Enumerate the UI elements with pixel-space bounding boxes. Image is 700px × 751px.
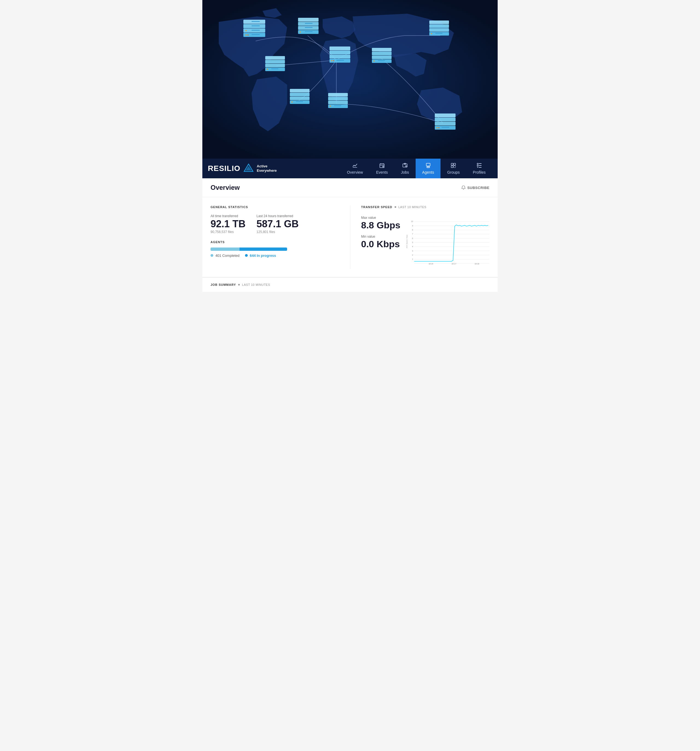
svg-text:4: 4	[412, 246, 413, 247]
svg-text:16:16: 16:16	[428, 263, 433, 265]
svg-rect-32	[336, 60, 344, 61]
svg-point-55	[330, 105, 331, 107]
svg-rect-83	[451, 166, 453, 168]
svg-rect-27	[329, 55, 350, 59]
agents-section: AGENTS 401 Completed 644 In progress	[210, 240, 339, 258]
transfer-speed-section: TRANSFER SPEED LAST 10 MINUTES Max value…	[350, 206, 490, 269]
brand-name: RESILIO	[208, 164, 240, 173]
last24-stat: Last 24 hours transferred 587.1 GB 125,8…	[257, 214, 298, 234]
agents-progress-bar	[210, 247, 287, 251]
svg-text:16:18: 16:18	[475, 263, 479, 265]
svg-point-74	[405, 165, 407, 167]
job-summary-section: JOB SUMMARY LAST 10 MINUTES	[202, 277, 498, 292]
svg-text:5: 5	[412, 241, 413, 243]
completed-count: 401	[215, 253, 221, 258]
svg-point-30	[331, 60, 332, 61]
general-stats-label: GENERAL STATISTICS	[210, 206, 339, 209]
events-icon	[379, 163, 385, 169]
svg-rect-42	[429, 20, 449, 24]
brand: RESILIO Active Everywhere	[208, 164, 277, 173]
nav-item-jobs[interactable]: Jobs	[394, 159, 416, 178]
speed-chart: 10 9 8 7 6 5 4 3 2 1 AVG Speed, Gbps	[406, 213, 490, 269]
svg-point-24	[267, 69, 268, 70]
svg-text:9: 9	[412, 225, 413, 227]
inprogress-legend: 644 In progress	[245, 253, 276, 258]
svg-rect-36	[372, 48, 392, 51]
inprogress-count: 644	[250, 253, 256, 258]
svg-point-71	[382, 166, 384, 167]
svg-rect-45	[290, 100, 309, 104]
nav-item-profiles[interactable]: Profiles	[466, 159, 492, 178]
svg-rect-54	[328, 93, 348, 97]
svg-rect-51	[328, 105, 348, 108]
job-separator-dot	[238, 284, 240, 286]
svg-rect-44	[435, 33, 442, 34]
svg-rect-18	[305, 27, 312, 28]
svg-rect-76	[426, 163, 430, 166]
speed-period-label: LAST 10 MINUTES	[399, 206, 426, 209]
svg-point-5	[246, 34, 247, 36]
svg-rect-48	[290, 89, 309, 93]
svg-point-6	[247, 34, 249, 36]
all-time-value: 92.1 TB	[210, 219, 246, 229]
svg-text:10: 10	[411, 221, 413, 223]
svg-rect-7	[252, 34, 260, 35]
subscribe-label: SUBSCRIBE	[467, 186, 490, 190]
nav-item-groups[interactable]: Groups	[440, 159, 466, 178]
svg-rect-29	[329, 46, 350, 50]
nav-groups-label: Groups	[447, 170, 460, 175]
svg-rect-58	[435, 122, 456, 125]
general-statistics: GENERAL STATISTICS All time transferred …	[210, 206, 350, 269]
speed-header: TRANSFER SPEED LAST 10 MINUTES	[361, 206, 490, 209]
nav-overview-label: Overview	[347, 170, 363, 175]
max-label: Max value	[361, 216, 400, 219]
agents-section-label: AGENTS	[210, 240, 339, 244]
svg-point-8	[246, 30, 247, 31]
job-period-label: LAST 10 MINUTES	[242, 283, 270, 286]
nav-agents-label: Agents	[422, 170, 434, 175]
overview-icon	[352, 163, 358, 169]
hero-map	[202, 0, 498, 159]
inprogress-dot	[245, 254, 248, 257]
max-value: 8.8 Gbps	[361, 220, 400, 230]
last24-files: 125,801 files	[257, 230, 298, 234]
navbar: RESILIO Active Everywhere Overview	[202, 159, 498, 178]
svg-text:6: 6	[412, 237, 413, 239]
svg-rect-38	[378, 60, 385, 61]
svg-rect-59	[435, 117, 456, 121]
svg-rect-89	[477, 167, 478, 168]
all-time-stat: All time transferred 92.1 TB 90,758,537 …	[210, 214, 246, 234]
svg-rect-90	[479, 167, 482, 168]
nav-jobs-label: Jobs	[401, 170, 409, 175]
svg-point-31	[333, 60, 334, 61]
svg-rect-50	[296, 101, 303, 102]
svg-rect-52	[328, 100, 348, 104]
svg-rect-35	[372, 52, 392, 55]
svg-rect-85	[477, 163, 478, 164]
agents-icon	[425, 163, 431, 169]
jobs-icon	[402, 163, 408, 169]
transfer-row: All time transferred 92.1 TB 90,758,537 …	[210, 214, 339, 234]
brand-logo	[244, 164, 253, 173]
svg-rect-19	[305, 23, 312, 24]
speed-separator-dot	[394, 206, 396, 208]
svg-rect-34	[372, 56, 392, 59]
svg-rect-53	[328, 97, 348, 100]
page-header: Overview SUBSCRIBE	[202, 178, 498, 197]
nav-item-agents[interactable]: Agents	[416, 159, 441, 178]
svg-text:2: 2	[412, 254, 413, 256]
nav-item-events[interactable]: Events	[369, 159, 394, 178]
svg-point-62	[438, 127, 439, 128]
last24-value: 587.1 GB	[257, 219, 298, 229]
svg-rect-88	[479, 165, 482, 166]
nav-item-overview[interactable]: Overview	[340, 159, 369, 178]
stats-container: GENERAL STATISTICS All time transferred …	[202, 197, 498, 277]
svg-point-16	[300, 31, 301, 32]
completed-dot	[210, 254, 213, 257]
speed-values: Max value 8.8 Gbps Min value 0.0 Kbps	[361, 213, 400, 249]
svg-rect-87	[477, 165, 478, 166]
svg-rect-10	[252, 25, 260, 26]
subscribe-button[interactable]: SUBSCRIBE	[461, 185, 490, 190]
all-time-label: All time transferred	[210, 214, 246, 218]
progress-completed	[210, 247, 240, 251]
